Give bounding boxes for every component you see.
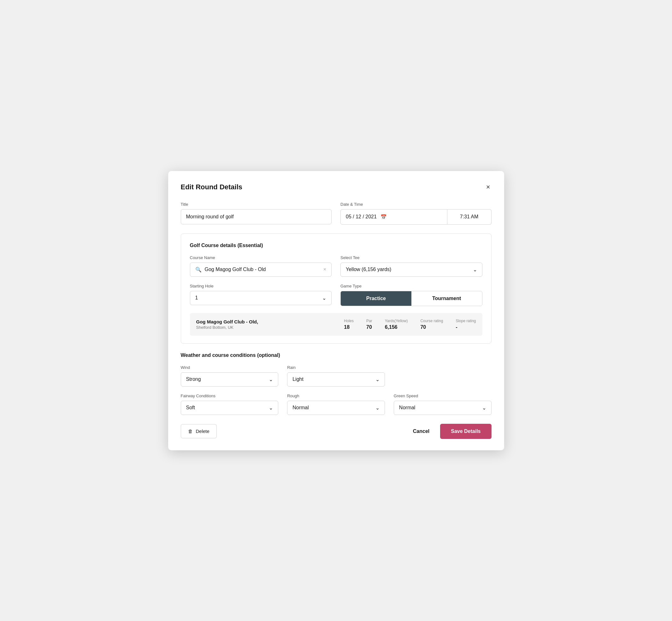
slope-rating-label: Slope rating <box>456 319 476 323</box>
course-info-row: Gog Magog Golf Club - Old, Shelford Bott… <box>190 313 482 336</box>
practice-toggle-button[interactable]: Practice <box>341 291 411 306</box>
select-tee-label: Select Tee <box>340 255 482 260</box>
chevron-down-icon-hole: ⌄ <box>322 295 326 301</box>
rough-value: Normal <box>292 405 309 411</box>
rough-dropdown[interactable]: Normal ⌄ <box>287 401 385 415</box>
wind-dropdown[interactable]: Strong ⌄ <box>181 372 279 386</box>
wind-rain-row: Wind Strong ⌄ Rain Light ⌄ <box>181 365 492 386</box>
starting-hole-dropdown[interactable]: 1 ⌄ <box>190 291 332 305</box>
course-name-value: Gog Magog Golf Club - Old <box>205 266 320 272</box>
course-tee-row: Course Name 🔍 Gog Magog Golf Club - Old … <box>190 255 482 277</box>
rain-value: Light <box>292 376 303 382</box>
course-info-location: Shelford Bottom, UK <box>196 325 344 330</box>
stat-yards: Yards(Yellow) 6,156 <box>385 319 408 330</box>
select-tee-value: Yellow (6,156 yards) <box>346 266 391 272</box>
top-row: Title Date & Time 05 / 12 / 2021 📅 7:31 … <box>181 202 492 225</box>
course-name-label: Course Name <box>190 255 332 260</box>
par-value: 70 <box>366 324 372 330</box>
par-label: Par <box>366 319 372 323</box>
course-info-name-text: Gog Magog Golf Club - Old, <box>196 319 344 324</box>
course-info-name: Gog Magog Golf Club - Old, Shelford Bott… <box>196 319 344 330</box>
modal-title: Edit Round Details <box>181 183 243 191</box>
rain-group: Rain Light ⌄ <box>287 365 385 386</box>
holes-value: 18 <box>344 324 349 330</box>
green-speed-dropdown[interactable]: Normal ⌄ <box>394 401 492 415</box>
footer-right: Cancel Save Details <box>410 424 492 439</box>
holes-label: Holes <box>344 319 354 323</box>
time-input[interactable]: 7:31 AM <box>447 209 492 225</box>
fairway-group: Fairway Conditions Soft ⌄ <box>181 394 279 415</box>
yards-value: 6,156 <box>385 324 397 330</box>
select-tee-group: Select Tee Yellow (6,156 yards) ⌄ <box>340 255 482 277</box>
weather-title: Weather and course conditions (optional) <box>181 353 492 358</box>
edit-round-modal: Edit Round Details × Title Date & Time 0… <box>168 171 504 450</box>
title-input[interactable] <box>181 209 332 224</box>
rain-dropdown[interactable]: Light ⌄ <box>287 372 385 386</box>
fairway-rough-green-row: Fairway Conditions Soft ⌄ Rough Normal ⌄… <box>181 394 492 415</box>
trash-icon: 🗑 <box>188 428 193 434</box>
yards-label: Yards(Yellow) <box>385 319 408 323</box>
weather-section: Weather and course conditions (optional)… <box>181 353 492 415</box>
clear-course-icon[interactable]: × <box>323 266 326 272</box>
golf-course-section: Golf Course details (Essential) Course N… <box>181 234 492 344</box>
save-button[interactable]: Save Details <box>440 424 491 439</box>
title-field-group: Title <box>181 202 332 225</box>
rough-group: Rough Normal ⌄ <box>287 394 385 415</box>
course-name-group: Course Name 🔍 Gog Magog Golf Club - Old … <box>190 255 332 277</box>
golf-course-section-title: Golf Course details (Essential) <box>190 243 482 248</box>
starting-hole-group: Starting Hole 1 ⌄ <box>190 284 332 306</box>
date-input[interactable]: 05 / 12 / 2021 📅 <box>340 209 447 225</box>
green-speed-label: Green Speed <box>394 394 492 398</box>
rough-label: Rough <box>287 394 385 398</box>
chevron-down-icon-wind: ⌄ <box>269 376 273 382</box>
rain-label: Rain <box>287 365 385 370</box>
course-rating-value: 70 <box>420 324 426 330</box>
fairway-value: Soft <box>186 405 195 411</box>
green-speed-value: Normal <box>399 405 416 411</box>
date-value: 05 / 12 / 2021 <box>346 214 377 220</box>
close-button[interactable]: × <box>485 182 492 192</box>
delete-label: Delete <box>196 428 209 434</box>
modal-header: Edit Round Details × <box>181 182 492 192</box>
chevron-down-icon-fairway: ⌄ <box>269 405 273 411</box>
chevron-down-icon-green: ⌄ <box>482 405 486 411</box>
stat-slope-rating: Slope rating - <box>456 319 476 330</box>
hole-gametype-row: Starting Hole 1 ⌄ Game Type Practice Tou… <box>190 284 482 306</box>
slope-rating-value: - <box>456 324 457 330</box>
chevron-down-icon-rough: ⌄ <box>375 405 380 411</box>
search-icon: 🔍 <box>195 266 202 273</box>
starting-hole-label: Starting Hole <box>190 284 332 288</box>
tournament-toggle-button[interactable]: Tournament <box>411 291 482 306</box>
course-rating-label: Course rating <box>420 319 443 323</box>
datetime-label: Date & Time <box>340 202 492 207</box>
delete-button[interactable]: 🗑 Delete <box>181 424 217 438</box>
wind-group: Wind Strong ⌄ <box>181 365 279 386</box>
wind-label: Wind <box>181 365 279 370</box>
wind-value: Strong <box>186 376 201 382</box>
stat-course-rating: Course rating 70 <box>420 319 443 330</box>
datetime-field-group: Date & Time 05 / 12 / 2021 📅 7:31 AM <box>340 202 492 225</box>
game-type-group: Game Type Practice Tournament <box>340 284 482 306</box>
chevron-down-icon: ⌄ <box>473 266 477 273</box>
cancel-button[interactable]: Cancel <box>410 424 432 438</box>
course-stats: Holes 18 Par 70 Yards(Yellow) 6,156 Cour… <box>344 319 476 330</box>
game-type-toggle: Practice Tournament <box>340 291 482 306</box>
time-value: 7:31 AM <box>460 214 478 220</box>
fairway-dropdown[interactable]: Soft ⌄ <box>181 401 279 415</box>
footer-row: 🗑 Delete Cancel Save Details <box>181 424 492 439</box>
green-speed-group: Green Speed Normal ⌄ <box>394 394 492 415</box>
game-type-label: Game Type <box>340 284 482 288</box>
starting-hole-value: 1 <box>195 295 198 301</box>
stat-holes: Holes 18 <box>344 319 354 330</box>
course-name-input[interactable]: 🔍 Gog Magog Golf Club - Old × <box>190 262 332 277</box>
calendar-icon: 📅 <box>380 214 387 220</box>
title-label: Title <box>181 202 332 207</box>
datetime-row: 05 / 12 / 2021 📅 7:31 AM <box>340 209 492 225</box>
select-tee-dropdown[interactable]: Yellow (6,156 yards) ⌄ <box>340 262 482 277</box>
chevron-down-icon-rain: ⌄ <box>375 376 380 382</box>
stat-par: Par 70 <box>366 319 372 330</box>
fairway-label: Fairway Conditions <box>181 394 279 398</box>
